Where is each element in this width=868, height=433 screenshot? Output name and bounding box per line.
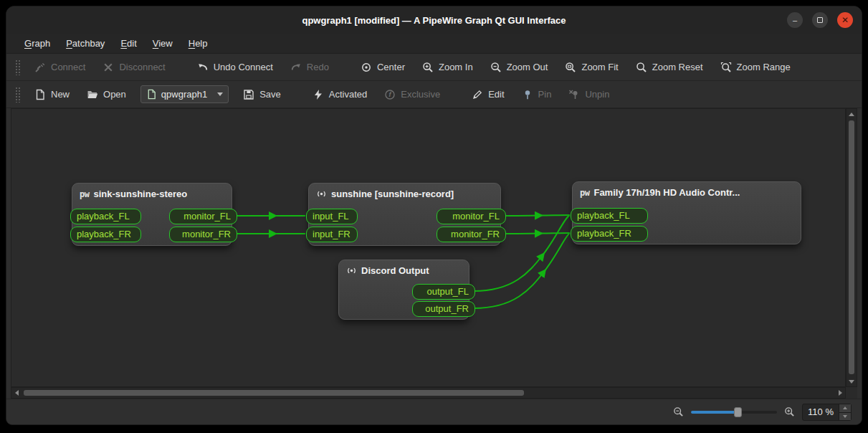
activated-label: Activated [329, 89, 367, 100]
zoom-reset-label: Zoom Reset [652, 62, 703, 72]
menu-help[interactable]: Help [181, 36, 216, 51]
port-output[interactable]: output_FR [412, 301, 475, 317]
pin-label: Pin [538, 89, 552, 100]
exclusive-icon: f [384, 89, 396, 100]
zoom-in-icon [422, 62, 434, 73]
edit-pencil-icon [472, 89, 483, 100]
zoom-reset-button[interactable]: Zoom Reset [627, 58, 712, 77]
vertical-scroll-handle[interactable] [849, 120, 854, 374]
zoom-spin-down-button[interactable] [839, 412, 851, 420]
scroll-up-arrow[interactable] [846, 109, 857, 119]
activated-bolt-icon [313, 89, 324, 100]
connect-icon [34, 62, 46, 73]
titlebar[interactable]: qpwgraph1 [modified] — A PipeWire Graph … [6, 6, 862, 34]
redo-button[interactable]: Redo [282, 58, 338, 77]
close-button[interactable]: ✕ [837, 12, 853, 28]
zoom-spin-up-button[interactable] [839, 404, 851, 412]
undo-label: Undo Connect [214, 62, 273, 72]
node-family-hd-audio[interactable]: pw Family 17h/19h HD Audio Contr... play… [572, 181, 801, 244]
port-output[interactable]: monitor_FL [437, 209, 506, 224]
port-input[interactable]: input_FL [306, 209, 358, 224]
center-icon [361, 62, 372, 73]
minimize-button[interactable]: – [787, 12, 803, 28]
port-output[interactable]: monitor_FR [169, 227, 237, 242]
connections-layer [11, 109, 846, 387]
port-output[interactable]: monitor_FR [437, 227, 506, 242]
activated-toggle[interactable]: Activated [304, 85, 376, 104]
scroll-down-arrow[interactable] [846, 376, 857, 386]
zoom-fit-button[interactable]: Zoom Fit [556, 58, 626, 77]
edit-button[interactable]: Edit [463, 85, 512, 104]
center-label: Center [377, 62, 405, 72]
zoom-slider-fill [691, 411, 735, 414]
node-discord-output[interactable]: Discord Output output_FL output_FR [338, 260, 469, 320]
zoom-out-label: Zoom Out [507, 62, 548, 72]
open-label: Open [103, 89, 126, 100]
disconnect-icon [102, 62, 114, 73]
zoom-out-button[interactable]: Zoom Out [482, 58, 557, 77]
scroll-left-arrow[interactable] [11, 388, 22, 398]
exclusive-label: Exclusive [401, 89, 440, 100]
maximize-button[interactable] [812, 12, 828, 28]
pipewire-icon: pw [80, 189, 89, 199]
zoom-fit-icon [565, 62, 576, 73]
new-button[interactable]: New [26, 85, 78, 104]
menu-graph[interactable]: Graph [16, 36, 58, 51]
scrollbar-corner [846, 387, 857, 399]
edit-label: Edit [488, 89, 504, 100]
zoom-slider[interactable] [691, 406, 777, 418]
zoom-out-mini-icon[interactable] [673, 406, 684, 417]
port-input[interactable]: playback_FR [70, 227, 141, 242]
connection[interactable] [505, 233, 570, 234]
disconnect-button[interactable]: Disconnect [94, 58, 173, 77]
save-button[interactable]: Save [234, 85, 290, 104]
chevron-down-icon [217, 92, 223, 96]
menu-edit[interactable]: Edit [113, 36, 144, 51]
port-input[interactable]: playback_FL [571, 208, 648, 224]
exclusive-toggle[interactable]: f Exclusive [376, 85, 449, 104]
zoom-range-button[interactable]: Zoom Range [712, 58, 799, 77]
horizontal-scroll-handle[interactable] [24, 390, 524, 396]
horizontal-scrollbar[interactable] [11, 387, 846, 399]
connect-button[interactable]: Connect [26, 58, 94, 77]
toolbar-drag-handle[interactable] [15, 60, 20, 75]
menu-patchbay[interactable]: Patchbay [58, 36, 113, 51]
patchbay-file-value: qpwgraph1 [161, 89, 207, 100]
open-button[interactable]: Open [78, 85, 135, 104]
pipewire-icon: pw [580, 188, 589, 198]
undo-connect-button[interactable]: Undo Connect [189, 58, 282, 77]
menu-view[interactable]: View [145, 36, 181, 51]
zoom-in-label: Zoom In [439, 62, 473, 72]
open-folder-icon [87, 89, 98, 100]
patchbay-file-combobox[interactable]: qpwgraph1 [140, 85, 229, 103]
vertical-scrollbar[interactable] [846, 108, 857, 387]
monitor-icon [316, 189, 327, 199]
center-button[interactable]: Center [352, 58, 414, 77]
port-input[interactable]: playback_FR [571, 226, 648, 242]
zoom-spinbox[interactable]: 110 % [802, 404, 852, 421]
toolbar-drag-handle[interactable] [15, 87, 20, 103]
scroll-right-arrow[interactable] [835, 388, 845, 398]
node-sunshine[interactable]: sunshine [sunshine-record] input_FL inpu… [308, 183, 501, 246]
maximize-icon [817, 17, 823, 23]
save-label: Save [259, 89, 281, 100]
undo-icon [197, 62, 209, 73]
new-label: New [51, 89, 70, 100]
new-file-icon [34, 89, 46, 100]
port-output[interactable]: output_FL [412, 284, 475, 300]
node-sink-sunshine-stereo[interactable]: pw sink-sunshine-stereo playback_FL play… [72, 183, 232, 246]
zoom-slider-handle[interactable] [734, 407, 742, 417]
unpin-button[interactable]: Unpin [560, 85, 618, 104]
node-title: Family 17h/19h HD Audio Contr... [593, 187, 740, 198]
graph-canvas[interactable]: pw sink-sunshine-stereo playback_FL play… [11, 108, 846, 387]
pin-button[interactable]: Pin [513, 85, 561, 104]
zoom-in-mini-icon[interactable] [784, 406, 795, 417]
pin-icon [522, 89, 533, 100]
port-output[interactable]: monitor_FL [169, 209, 237, 224]
monitor-icon [346, 265, 357, 276]
port-input[interactable]: input_FR [306, 227, 358, 242]
connection[interactable] [505, 215, 570, 216]
zoom-in-button[interactable]: Zoom In [414, 58, 482, 77]
port-input[interactable]: playback_FL [70, 209, 141, 224]
unpin-icon [568, 89, 580, 100]
